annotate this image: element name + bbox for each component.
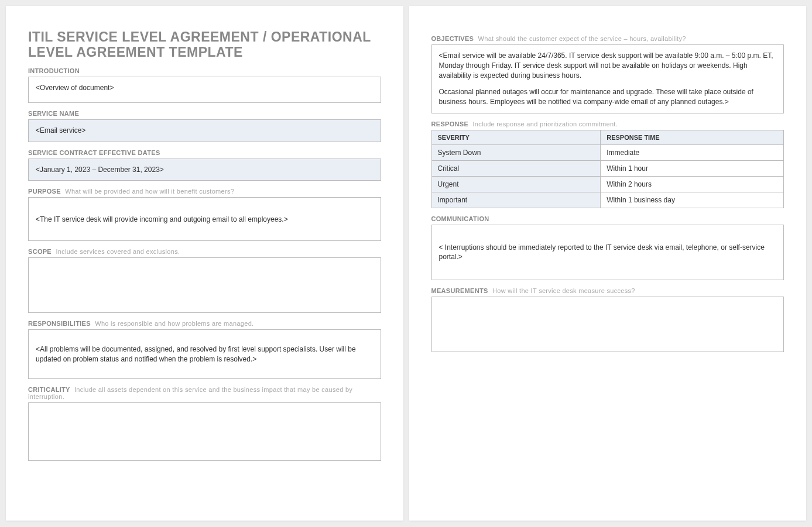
- cell-time: Within 1 business day: [601, 192, 784, 208]
- label-text: SCOPE: [28, 248, 52, 255]
- label-hint: How will the IT service desk measure suc…: [492, 287, 635, 294]
- th-time: RESPONSE TIME: [601, 130, 784, 144]
- label-text: RESPONSE: [431, 120, 469, 128]
- table-row: Important Within 1 business day: [431, 192, 784, 208]
- box-service-name: <Email service>: [28, 119, 381, 142]
- label-response: RESPONSE Include response and prioritiza…: [431, 120, 784, 128]
- label-service-name: SERVICE NAME: [28, 110, 381, 117]
- label-text: CRITICALITY: [28, 386, 70, 393]
- label-criticality: CRITICALITY Include all assets dependent…: [28, 386, 381, 400]
- box-criticality: [28, 402, 381, 461]
- label-hint: Who is responsible and how problems are …: [95, 320, 253, 327]
- document-page-1: ITIL SERVICE LEVEL AGREEMENT / OPERATION…: [6, 6, 403, 521]
- box-purpose: <The IT service desk will provide incomi…: [28, 197, 381, 241]
- box-communication: < Interruptions should be immediately re…: [431, 225, 784, 280]
- box-introduction: <Overview of document>: [28, 77, 381, 103]
- cell-time: Within 2 hours: [601, 176, 784, 192]
- label-text: RESPONSIBILITIES: [28, 320, 91, 327]
- document-title: ITIL SERVICE LEVEL AGREEMENT / OPERATION…: [28, 29, 381, 60]
- label-responsibilities: RESPONSIBILITIES Who is responsible and …: [28, 320, 381, 327]
- label-hint: Include response and prioritization comm…: [472, 120, 618, 128]
- table-row: Urgent Within 2 hours: [431, 176, 784, 192]
- box-dates: <January 1, 2023 – December 31, 2023>: [28, 159, 381, 181]
- box-responsibilities: <All problems will be documented, assign…: [28, 329, 381, 379]
- label-scope: SCOPE Include services covered and exclu…: [28, 248, 381, 255]
- box-scope: [28, 257, 381, 313]
- cell-severity: Important: [431, 192, 601, 208]
- box-objectives: <Email service will be available 24/7/36…: [431, 44, 784, 113]
- label-dates: SERVICE CONTRACT EFFECTIVE DATES: [28, 149, 381, 156]
- label-hint: Include all assets dependent on this ser…: [28, 386, 352, 400]
- label-text: PURPOSE: [28, 188, 61, 195]
- cell-severity: Critical: [431, 160, 601, 176]
- th-severity: SEVERITY: [431, 130, 601, 144]
- table-row: System Down Immediate: [431, 144, 784, 160]
- cell-severity: Urgent: [431, 176, 601, 192]
- box-measurements: [431, 297, 784, 352]
- label-objectives: OBJECTIVES What should the customer expe…: [431, 35, 784, 42]
- cell-time: Within 1 hour: [601, 160, 784, 176]
- label-hint: What will be provided and how will it be…: [65, 188, 234, 195]
- objectives-p2: Occasional planned outages will occur fo…: [439, 87, 777, 107]
- objectives-p1: <Email service will be available 24/7/36…: [439, 51, 777, 80]
- label-hint: What should the customer expect of the s…: [478, 35, 686, 42]
- cell-time: Immediate: [601, 144, 784, 160]
- response-table: SEVERITY RESPONSE TIME System Down Immed…: [431, 130, 784, 208]
- label-communication: COMMUNICATION: [431, 215, 784, 222]
- label-text: MEASUREMENTS: [431, 287, 488, 294]
- cell-severity: System Down: [431, 144, 601, 160]
- table-row: Critical Within 1 hour: [431, 160, 784, 176]
- label-purpose: PURPOSE What will be provided and how wi…: [28, 188, 381, 195]
- label-hint: Include services covered and exclusions.: [56, 248, 180, 255]
- label-text: OBJECTIVES: [431, 35, 474, 42]
- document-page-2: OBJECTIVES What should the customer expe…: [409, 6, 807, 521]
- label-introduction: INTRODUCTION: [28, 67, 381, 74]
- label-measurements: MEASUREMENTS How will the IT service des…: [431, 287, 784, 294]
